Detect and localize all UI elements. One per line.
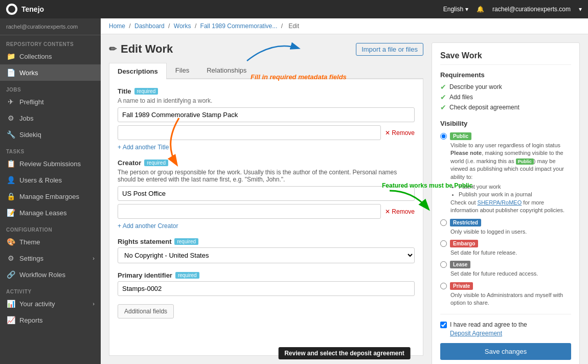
app-logo [6,4,17,15]
rights-label-text: Rights statement [118,238,171,245]
sidebar-label-leases: Manage Leases [19,209,67,217]
creator-remove-x-icon: ✕ [385,208,390,215]
tab-files[interactable]: Files [167,62,198,78]
sidebar-item-your-activity[interactable]: 📊 Your activity › [0,295,101,312]
sidebar-label-activity: Your activity [19,300,55,308]
add-title-link[interactable]: + Add another Title [118,144,169,151]
title-input-1[interactable] [118,107,415,122]
check-icon-2: ✔ [440,93,446,101]
title-input-2[interactable] [118,125,381,140]
visibility-private-radio[interactable] [440,283,447,289]
primary-id-input[interactable] [118,281,415,296]
import-link[interactable]: Import a file or files [356,43,423,56]
sidebar-label-jobs: Jobs [19,115,33,122]
rights-select[interactable]: No Copyright - United States [118,247,415,263]
sherpa-link[interactable]: SHERPA/RoMEO [478,199,522,206]
breadcrumb-home[interactable]: Home [109,22,125,30]
visibility-lease-radio[interactable] [440,261,447,268]
sidebar-item-users-roles[interactable]: 👤 Users & Roles [0,172,101,188]
breadcrumb-work-name[interactable]: Fall 1989 Commemorative... [200,22,278,30]
visibility-public-header: Public [440,132,571,140]
creator-remove-link[interactable]: ✕ Remove [385,208,415,215]
sidebar-item-workflow-roles[interactable]: 🔗 Workflow Roles [0,266,101,283]
app-logo-area: Tenejo [6,4,44,15]
sidebar-item-preflight[interactable]: ✈ Preflight [0,94,101,110]
breadcrumb-dashboard[interactable]: Dashboard [134,22,165,30]
check-icon-1: ✔ [440,83,446,91]
rights-required-badge: required [174,238,198,245]
works-icon: 📄 [6,69,15,77]
sidebar-label-reports: Reports [19,316,43,324]
primary-id-label-text: Primary identifier [118,271,172,279]
user-email[interactable]: rachel@curationexperts.com [492,6,571,13]
public-badge: Public [450,132,471,140]
primary-id-field-group: Primary identifier required [118,271,415,296]
title-input-row-2: ✕ Remove [118,125,415,140]
chevron-down-icon: ▾ [465,6,468,13]
sidebar-label-workflow-roles: Workflow Roles [19,271,65,279]
requirements-title: Requirements [440,71,571,79]
visibility-restricted-desc: Only visible to logged in users. [450,228,571,236]
creator-label-text: Creator [118,159,141,167]
sidebar-item-reports[interactable]: 📈 Reports [0,312,101,328]
creator-input-1[interactable] [118,186,415,201]
tab-relationships[interactable]: Relationships [198,62,255,78]
save-changes-button[interactable]: Save changes [440,343,571,360]
tab-descriptions[interactable]: Descriptions [109,63,167,79]
embargo-badge: Embargo [450,240,478,247]
sidebar-label-settings: Settings [19,255,43,262]
sidebar-section-tasks: TASKS [0,146,101,155]
title-field-group: Title required A name to aid in identify… [118,87,415,151]
deposit-agreement-link[interactable]: Deposit Agreement [450,330,502,337]
sidebar-item-settings[interactable]: ⚙ Settings › [0,250,101,266]
page-title: Edit Work [121,42,173,56]
creator-required-badge: required [144,160,168,166]
title-remove-link[interactable]: ✕ Remove [385,129,415,136]
users-roles-icon: 👤 [6,176,15,184]
visibility-embargo-radio[interactable] [440,240,447,247]
visibility-embargo: Embargo Set date for future release. [440,240,571,257]
remove-label: Remove [392,129,415,136]
save-box: Save Work Requirements ✔ Describe your w… [432,42,580,364]
additional-fields-button[interactable]: Additional fields [118,304,174,318]
save-work-title: Save Work [440,51,571,65]
language-selector[interactable]: English ▾ [443,6,468,13]
visibility-restricted-radio[interactable] [440,219,447,226]
deposit-agreement-checkbox[interactable] [440,322,447,328]
add-creator-link[interactable]: + Add another Creator [118,222,178,230]
visibility-embargo-header: Embargo [440,240,571,247]
theme-icon: 🎨 [6,238,15,246]
creator-input-2[interactable] [118,204,381,219]
breadcrumb-works[interactable]: Works [174,22,191,30]
check-icon-3: ✔ [440,103,446,111]
sidebar-item-works[interactable]: 📄 Works [0,64,101,81]
visibility-public-desc: Visible to any user regardless of login … [450,142,571,215]
visibility-public-radio[interactable] [440,133,447,140]
sidebar-item-theme[interactable]: 🎨 Theme [0,234,101,250]
user-menu-arrow-icon: ▾ [579,6,582,13]
visibility-public: Public Visible to any user regardless of… [440,132,571,215]
sidebar-item-manage-embargoes[interactable]: 🔒 Manage Embargoes [0,188,101,204]
sidebar-item-sidekiq[interactable]: 🔧 Sidekiq [0,126,101,143]
private-badge: Private [450,282,473,290]
rights-label: Rights statement required [118,238,415,245]
sidebar-item-jobs[interactable]: ⚙ Jobs [0,110,101,126]
deposit-agreement-label: I have read and agree to the Deposit Agr… [440,321,571,338]
visibility-restricted-header: Restricted [440,219,571,226]
sidebar-section-repo: REPOSITORY CONTENTS [0,38,101,48]
req-label-2: Add files [449,94,473,101]
title-required-badge: required [134,88,159,95]
sidebar-section-configuration: CONFIGURATION [0,224,101,234]
creator-label: Creator required [118,159,415,167]
title-hint: A name to aid in identifying a work. [118,97,415,104]
notification-bell-icon[interactable]: 🔔 [477,6,484,13]
sidebar-label-users-roles: Users & Roles [19,176,62,184]
sidebar-label-embargoes: Manage Embargoes [19,193,79,200]
sidebar-item-manage-leases[interactable]: 📝 Manage Leases [0,204,101,221]
save-panel: Save Work Requirements ✔ Describe your w… [432,42,580,356]
sidekiq-icon: 🔧 [6,130,15,139]
sidebar-item-collections[interactable]: 📁 Collections [0,48,101,64]
sidebar-item-review-submissions[interactable]: 📋 Review Submissions [0,155,101,172]
app-name: Tenejo [21,5,44,13]
edit-pencil-icon: ✏ [109,43,117,55]
